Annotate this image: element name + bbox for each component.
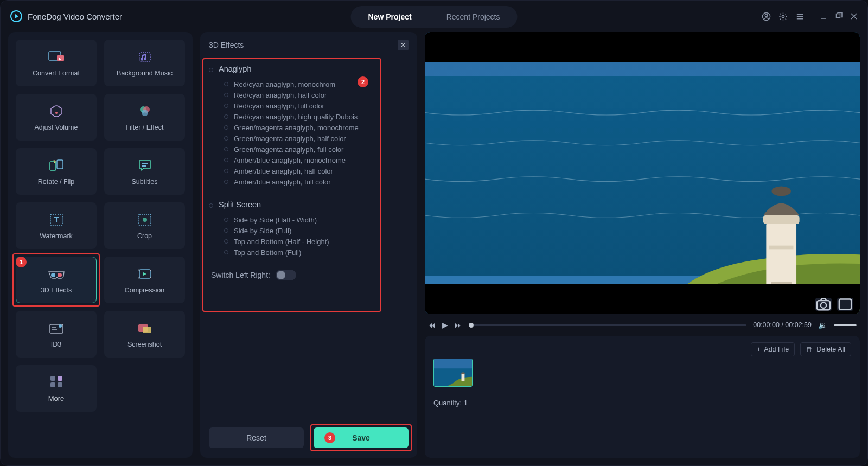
file-thumbnail[interactable] <box>433 359 473 387</box>
radio-icon <box>209 203 213 208</box>
filter-icon <box>137 103 152 119</box>
seek-bar[interactable] <box>469 324 746 326</box>
tool-label: Crop <box>137 232 152 240</box>
music-icon <box>137 49 152 65</box>
title-bar: FoneDog Video Converter New Project Rece… <box>1 1 867 32</box>
save-button[interactable]: 3 Save <box>314 427 409 448</box>
split-option[interactable]: Top and Bottom (Half - Height) <box>209 236 409 247</box>
anaglyph-title: Anaglyph <box>219 65 251 73</box>
anaglyph-option[interactable]: Green/magenta anaglyph, full color <box>209 144 409 155</box>
plus-icon: + <box>757 346 761 353</box>
anaglyph-option[interactable]: Red/cyan anaglyph, monochrom <box>209 79 409 90</box>
split-section-head[interactable]: Split Screen <box>209 197 409 214</box>
window-controls <box>762 12 858 21</box>
project-tabs: New Project Recent Projects <box>351 6 518 28</box>
close-button[interactable] <box>850 12 858 20</box>
split-option[interactable]: Top and Bottom (Full) <box>209 247 409 258</box>
svg-point-20 <box>51 273 55 277</box>
tool-filter-effect[interactable]: Filter / Effect <box>104 94 185 141</box>
tab-new-project[interactable]: New Project <box>351 6 429 28</box>
callout-badge-2: 2 <box>358 76 368 87</box>
tool-more[interactable]: More <box>16 365 97 412</box>
tool-watermark[interactable]: T Watermark <box>16 202 97 249</box>
anaglyph-option[interactable]: Red/cyan anaglyph, half color <box>209 90 409 100</box>
tool-compression[interactable]: Compression <box>104 257 185 303</box>
right-column: ⏮ ▶ ⏭ 00:00:00 / 00:02:59 🔉 +Add File 🗑D… <box>425 32 860 458</box>
tool-screenshot[interactable]: Screenshot <box>104 311 185 358</box>
anaglyph-section-head[interactable]: Anaglyph <box>209 61 409 79</box>
menu-icon[interactable] <box>795 12 805 21</box>
add-file-button[interactable]: +Add File <box>751 342 795 356</box>
tool-adjust-volume[interactable]: Adjust Volume <box>16 94 97 141</box>
anaglyph-option[interactable]: Amber/blue anaglyph, full color <box>209 176 409 187</box>
anaglyph-option[interactable]: Red/cyan anaglyph, high quality Dubois <box>209 111 409 122</box>
split-option[interactable]: Side by Side (Half - Width) <box>209 214 409 225</box>
callout-badge-1: 1 <box>16 257 27 267</box>
anaglyph-option[interactable]: Green/magenta anaglyph, monochrome <box>209 122 409 133</box>
radio-icon <box>224 104 228 108</box>
callout-badge-3: 3 <box>324 432 335 443</box>
tab-recent-projects[interactable]: Recent Projects <box>429 6 518 28</box>
tool-3d-effects[interactable]: 3D Effects 1 <box>16 257 97 303</box>
tool-id3[interactable]: ID3 <box>16 311 97 358</box>
anaglyph-option[interactable]: Red/cyan anaglyph, full color <box>209 100 409 111</box>
app-window: FoneDog Video Converter New Project Rece… <box>0 0 868 466</box>
fullscreen-button[interactable] <box>837 298 853 311</box>
volume-icon[interactable]: 🔉 <box>818 321 827 329</box>
reset-button[interactable]: Reset <box>209 427 304 448</box>
svg-rect-30 <box>58 382 62 387</box>
file-list-panel: +Add File 🗑Delete All Quantity: 1 <box>425 336 860 458</box>
tool-rotate-flip[interactable]: Rotate / Flip <box>16 148 97 195</box>
radio-icon <box>224 218 228 222</box>
radio-icon <box>224 147 228 151</box>
svg-rect-14 <box>142 163 148 164</box>
svg-rect-42 <box>434 359 472 368</box>
minimize-button[interactable] <box>820 12 827 20</box>
switch-left-right-toggle[interactable] <box>276 270 296 280</box>
anaglyph-option[interactable]: Green/magenta anaglyph, half color <box>209 133 409 144</box>
snapshot-button[interactable] <box>815 298 832 311</box>
svg-rect-15 <box>142 165 146 167</box>
letterbox <box>425 32 860 62</box>
radio-icon <box>224 125 228 130</box>
svg-rect-37 <box>769 246 794 250</box>
split-title: Split Screen <box>219 200 261 209</box>
preview-image <box>425 32 860 314</box>
panel-close-button[interactable]: ✕ <box>398 40 409 50</box>
radio-icon <box>224 169 228 173</box>
prev-frame-button[interactable]: ⏮ <box>428 321 436 329</box>
svg-rect-33 <box>766 221 796 291</box>
tool-label: 3D Effects <box>41 286 72 294</box>
tool-background-music[interactable]: Background Music <box>104 40 185 86</box>
more-icon <box>49 374 64 390</box>
play-button[interactable]: ▶ <box>442 321 448 329</box>
svg-point-24 <box>59 324 62 328</box>
tool-label: Screenshot <box>127 341 162 348</box>
subtitles-icon <box>137 157 152 174</box>
tool-crop[interactable]: Crop <box>104 202 185 249</box>
radio-icon <box>224 93 228 97</box>
account-icon[interactable] <box>762 12 771 21</box>
time-display: 00:00:00 / 00:02:59 <box>753 321 812 329</box>
svg-rect-40 <box>839 299 851 310</box>
screenshot-icon <box>137 320 153 336</box>
svg-text:T: T <box>54 215 59 224</box>
split-option[interactable]: Side by Side (Full) <box>209 225 409 236</box>
svg-rect-28 <box>58 376 62 381</box>
radio-icon <box>224 250 228 254</box>
svg-point-19 <box>143 218 147 222</box>
compress-icon <box>137 266 153 282</box>
settings-icon[interactable] <box>778 12 788 21</box>
radio-icon <box>209 68 213 72</box>
anaglyph-option[interactable]: Amber/blue anaglyph, half color <box>209 165 409 176</box>
delete-all-button[interactable]: 🗑Delete All <box>800 342 851 356</box>
anaglyph-option[interactable]: Amber/blue anaglyph, monochrome <box>209 155 409 165</box>
volume-icon <box>49 103 64 119</box>
maximize-button[interactable] <box>835 12 843 20</box>
volume-slider[interactable] <box>834 324 857 326</box>
tool-convert-format[interactable]: Convert Format <box>16 40 97 86</box>
tool-subtitles[interactable]: Subtitles <box>104 148 185 195</box>
svg-point-11 <box>142 110 148 116</box>
svg-point-8 <box>55 112 58 114</box>
next-frame-button[interactable]: ⏭ <box>455 321 462 329</box>
